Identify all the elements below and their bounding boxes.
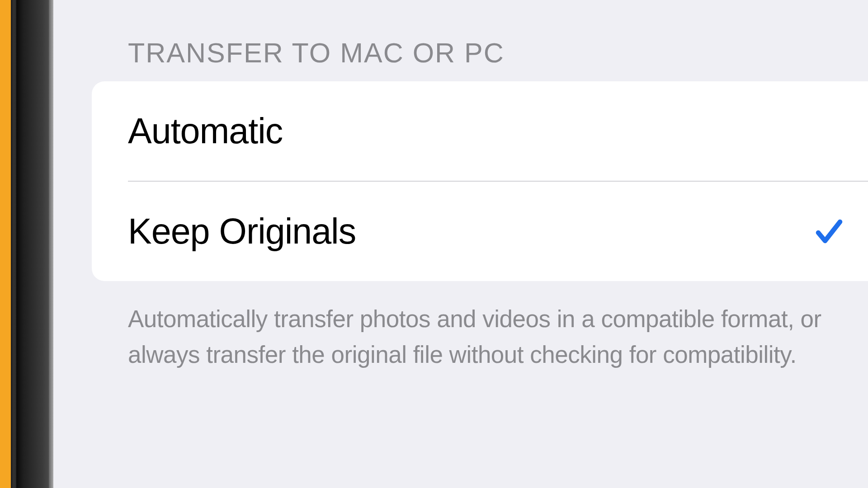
- device-bezel-dark: [16, 0, 53, 488]
- device-bezel: [0, 0, 53, 488]
- device-frame-accent: [0, 0, 16, 488]
- option-label-automatic: Automatic: [128, 110, 283, 152]
- option-automatic[interactable]: Automatic: [92, 81, 868, 181]
- settings-group-transfer: Automatic Keep Originals: [92, 81, 868, 281]
- section-footer-text: Automatically transfer photos and videos…: [53, 281, 868, 373]
- checkmark-icon: [813, 215, 845, 248]
- section-header-transfer: TRANSFER TO MAC OR PC: [53, 0, 868, 81]
- settings-content: TRANSFER TO MAC OR PC Automatic Keep Ori…: [53, 0, 868, 488]
- device-bezel-edge: [49, 0, 53, 488]
- option-keep-originals[interactable]: Keep Originals: [92, 182, 868, 281]
- option-label-keep-originals: Keep Originals: [128, 211, 356, 252]
